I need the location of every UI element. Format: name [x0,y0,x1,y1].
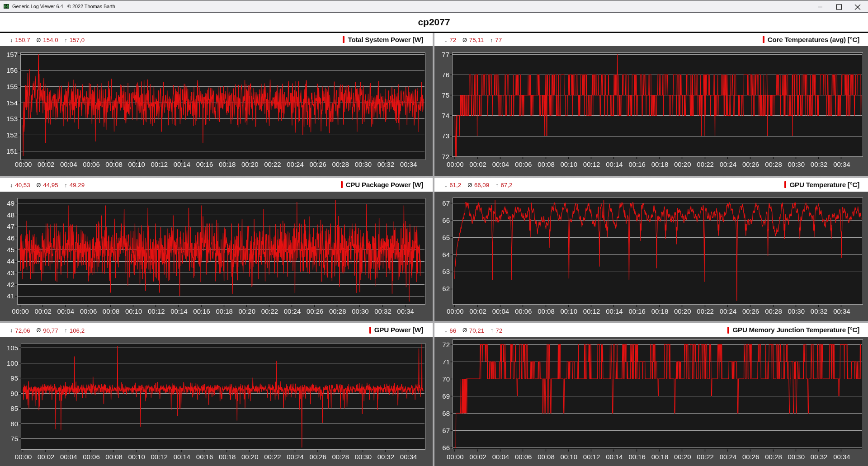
svg-text:00:12: 00:12 [583,307,600,315]
svg-text:75: 75 [10,435,18,442]
svg-text:00:22: 00:22 [261,307,278,315]
svg-text:00:18: 00:18 [651,307,669,315]
svg-text:43: 43 [7,269,14,277]
svg-text:00:28: 00:28 [765,307,782,315]
svg-text:67: 67 [442,427,450,434]
svg-text:152: 152 [6,131,18,139]
svg-text:00:14: 00:14 [174,453,191,461]
svg-text:153: 153 [6,115,18,122]
svg-text:00:24: 00:24 [720,160,737,168]
svg-text:00:20: 00:20 [674,160,691,168]
svg-text:00:02: 00:02 [38,453,55,461]
svg-text:74: 74 [442,112,449,119]
svg-text:00:34: 00:34 [833,453,850,461]
svg-text:00:10: 00:10 [128,453,145,461]
svg-text:00:04: 00:04 [492,160,509,168]
svg-text:00:10: 00:10 [125,307,142,315]
svg-text:00:30: 00:30 [355,453,372,461]
svg-text:41: 41 [7,292,14,300]
svg-text:00:08: 00:08 [105,453,123,461]
svg-text:47: 47 [7,222,14,230]
svg-text:00:08: 00:08 [538,160,555,168]
svg-text:00:20: 00:20 [241,160,259,168]
svg-text:00:28: 00:28 [332,160,349,168]
svg-text:00:10: 00:10 [561,307,578,315]
svg-text:00:08: 00:08 [538,307,555,315]
svg-text:46: 46 [7,234,14,242]
svg-text:00:24: 00:24 [284,307,301,315]
svg-text:00:08: 00:08 [105,160,123,168]
svg-text:00:32: 00:32 [811,453,828,461]
svg-text:67: 67 [442,199,450,207]
svg-text:00:06: 00:06 [80,307,97,315]
svg-text:00:32: 00:32 [811,307,828,315]
svg-text:00:06: 00:06 [515,160,532,168]
svg-text:00:30: 00:30 [788,453,805,461]
svg-text:00:02: 00:02 [34,307,52,315]
svg-text:00:20: 00:20 [239,307,256,315]
svg-text:00:20: 00:20 [241,453,259,461]
svg-text:00:00: 00:00 [15,453,32,461]
svg-text:00:08: 00:08 [538,453,555,461]
svg-text:64: 64 [442,251,450,259]
svg-text:00:16: 00:16 [193,307,210,315]
svg-text:72: 72 [442,153,449,160]
svg-text:00:18: 00:18 [651,453,669,461]
svg-text:00:00: 00:00 [447,453,464,461]
svg-text:00:06: 00:06 [515,453,532,461]
svg-text:76: 76 [442,71,449,79]
svg-text:00:32: 00:32 [374,307,392,315]
svg-text:00:14: 00:14 [606,307,623,315]
svg-text:00:04: 00:04 [492,307,509,315]
svg-text:66: 66 [442,217,450,224]
svg-text:00:26: 00:26 [742,453,760,461]
svg-text:00:20: 00:20 [674,307,691,315]
svg-text:00:22: 00:22 [697,160,714,168]
svg-text:00:14: 00:14 [170,307,188,315]
svg-text:00:30: 00:30 [355,160,372,168]
svg-text:00:02: 00:02 [38,160,55,168]
svg-text:00:10: 00:10 [561,453,578,461]
svg-text:70: 70 [442,375,450,383]
svg-text:00:28: 00:28 [765,160,782,168]
svg-text:00:34: 00:34 [833,307,850,315]
svg-text:00:18: 00:18 [219,453,236,461]
svg-text:00:22: 00:22 [264,453,281,461]
svg-text:00:34: 00:34 [397,307,414,315]
svg-text:00:02: 00:02 [469,453,486,461]
svg-text:154: 154 [6,99,18,107]
svg-text:00:34: 00:34 [400,160,417,168]
svg-text:00:06: 00:06 [83,160,100,168]
svg-text:63: 63 [442,268,450,275]
svg-text:00:24: 00:24 [287,453,304,461]
svg-text:00:28: 00:28 [329,307,346,315]
svg-text:00:00: 00:00 [447,307,464,315]
svg-text:00:14: 00:14 [606,160,623,168]
svg-text:00:02: 00:02 [469,160,486,168]
svg-text:00:28: 00:28 [765,453,782,461]
svg-text:00:16: 00:16 [196,160,213,168]
svg-text:157: 157 [6,51,18,58]
svg-text:00:34: 00:34 [400,453,417,461]
svg-text:00:04: 00:04 [60,160,77,168]
svg-text:44: 44 [7,257,14,265]
svg-text:00:18: 00:18 [216,307,233,315]
svg-text:00:32: 00:32 [377,453,395,461]
svg-text:00:06: 00:06 [515,307,532,315]
svg-text:155: 155 [6,83,18,90]
svg-text:00:26: 00:26 [309,160,326,168]
svg-text:00:16: 00:16 [628,453,646,461]
svg-text:00:10: 00:10 [128,160,145,168]
svg-text:85: 85 [10,405,18,412]
svg-text:00:08: 00:08 [103,307,120,315]
svg-text:65: 65 [442,234,450,241]
svg-text:69: 69 [442,392,450,400]
svg-text:00:26: 00:26 [309,453,326,461]
svg-text:42: 42 [7,281,14,288]
svg-text:00:16: 00:16 [628,160,646,168]
svg-text:00:00: 00:00 [447,160,464,168]
svg-text:00:30: 00:30 [788,307,805,315]
svg-text:00:12: 00:12 [148,307,165,315]
svg-text:90: 90 [10,390,18,397]
svg-text:00:34: 00:34 [833,160,850,168]
